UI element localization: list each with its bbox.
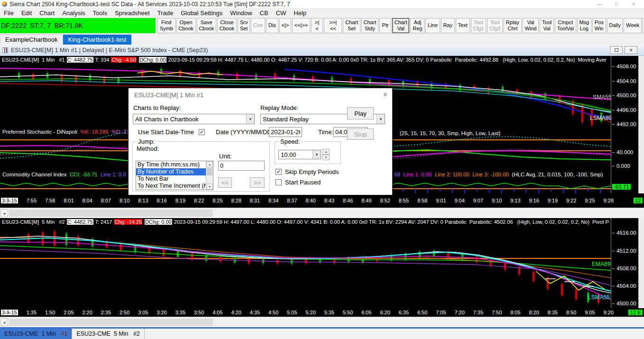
toolbar-button-tool-cfg1[interactable]: Tool Cfg1 — [471, 18, 487, 33]
scrollbar-thumb[interactable] — [207, 168, 212, 175]
menu-analysis[interactable]: Analysis — [58, 9, 89, 17]
menu-trade[interactable]: Trade — [154, 9, 177, 17]
text-segment: %D: 21 — [111, 129, 129, 135]
jump-back-button[interactable]: << — [218, 177, 232, 188]
menu-bar: FileEditChartAnalysisToolsSpreadsheetTra… — [0, 9, 644, 17]
menu-tools[interactable]: Tools — [89, 9, 111, 17]
speed-select[interactable]: 10.00 ▼ — [278, 150, 321, 159]
chart2-vscrollbar[interactable] — [638, 218, 644, 308]
jump-method-listbox[interactable]: By Time (hh:mm:ss.ms)By Number of Trades… — [136, 161, 213, 190]
toolbar-button-week[interactable]: Week — [624, 18, 641, 33]
jump-method-options: By Time (hh:mm:ss.ms)By Number of Trades… — [136, 161, 206, 190]
menu-help[interactable]: Help — [290, 9, 310, 17]
toolbar-button-open-cbook[interactable]: Open Cbook — [176, 18, 196, 33]
toolbar-button-cmpct-toolval[interactable]: Cmpct ToolVal — [555, 18, 576, 33]
minimize-icon[interactable]: — — [591, 0, 608, 8]
stop-button[interactable]: Stop — [347, 128, 374, 140]
chart1-vscrollbar[interactable] — [638, 56, 644, 193]
toolbar-button-val-wind[interactable]: Val Wind — [523, 18, 539, 33]
toolbar-button-srv-set[interactable]: Srv Set — [238, 18, 250, 33]
toolbar: DF:2222 ST:7, 7 BR:71.8K Find SymbOpen C… — [0, 17, 644, 34]
chevron-down-icon[interactable]: ▼ — [246, 114, 254, 124]
toolbar-button-chart-stdy[interactable]: Chart Stdy — [361, 18, 378, 33]
toolbar-button-find-symb[interactable]: Find Symb — [157, 18, 175, 33]
menu-file[interactable]: File — [0, 9, 18, 17]
hscroll-thumb[interactable] — [9, 210, 213, 217]
toolbar-button-tool-val[interactable]: Tool Val — [540, 18, 554, 33]
restore-icon[interactable] — [610, 46, 623, 54]
stochastic-params-label: (25, 15, 15, 70, 30, Smp, High, Low, Las… — [400, 130, 500, 136]
charts-to-replay-select[interactable]: All Charts in Chartbook ▼ — [133, 114, 255, 124]
chart2-hscrollbar[interactable]: ◂ — [0, 317, 644, 327]
toolbar-button-rplay-chrt[interactable]: Rplay Chrt — [504, 18, 522, 33]
bottom-tab-bar: ESU23-CME 1 Min #1ESU23-CME 5 Min #2 — [0, 327, 644, 339]
toolbar-button-[interactable]: <<|>> — [292, 18, 310, 33]
dialog-body: Charts to Replay: All Charts in Chartboo… — [129, 101, 392, 195]
chart2-area[interactable]: ESU23-CME[M] 5 Min #2 C: 4482.75 T: 2417… — [0, 218, 644, 308]
sma55-line-label: SMA55 — [593, 94, 611, 101]
toolbar-button-line[interactable]: Line — [425, 18, 440, 33]
toolbar-button-con[interactable]: Con — [251, 18, 265, 33]
dialog-titlebar[interactable]: ESU23-CME[M] 1 Min #1 × — [129, 88, 392, 101]
scroll-left-icon[interactable]: ◂ — [0, 318, 8, 326]
chartbook-tab-king-chartbook1-test[interactable]: King-Chartbook1-test — [63, 35, 132, 45]
unit-input[interactable] — [218, 161, 265, 171]
close-icon[interactable]: × — [625, 0, 642, 8]
jump-forward-button[interactable]: >> — [250, 177, 265, 188]
toolbar-button-chart-val[interactable]: Chart Val — [392, 18, 409, 33]
chart2-time-axis[interactable]: 3-9-15 12 E 1:351:502:052:202:352:503:05… — [0, 308, 644, 317]
menu-chart[interactable]: Chart — [36, 9, 58, 17]
toolbar-button-save-cbook[interactable]: Save Cbook — [197, 18, 216, 33]
menu-spreadsheet[interactable]: Spreadsheet — [111, 9, 154, 17]
scroll-up-icon[interactable]: ▲ — [206, 161, 213, 167]
price-scale-label: 40.000 — [612, 149, 633, 155]
close-icon[interactable]: × — [625, 46, 637, 54]
chevron-down-icon[interactable]: ▼ — [313, 150, 321, 159]
chevron-down-icon[interactable]: ▼ — [377, 114, 385, 124]
toolbar-button-adj-reg[interactable]: Adj Reg — [410, 18, 424, 33]
jump-method-option-by-time-hh-mm-ss-ms[interactable]: By Time (hh:mm:ss.ms) — [136, 161, 206, 168]
close-icon[interactable]: × — [383, 91, 387, 99]
toolbar-button-[interactable]: >|< — [311, 18, 323, 33]
toolbar-button-ray[interactable]: Ray — [441, 18, 455, 33]
toolbar-button-msg-log[interactable]: Msg Log — [577, 18, 591, 33]
chart1-titlebar[interactable]: ESU23-CME[M] 1 Min #1 | Delayed | E-Mini… — [0, 45, 644, 56]
maximize-icon[interactable]: □ — [608, 0, 625, 8]
use-start-datetime-checkbox[interactable]: ✓ — [199, 129, 205, 135]
listbox-scrollbar[interactable]: ▲ ▼ — [206, 161, 213, 190]
toolbar-button-tool-cfg2[interactable]: Tool Cfg2 — [487, 18, 503, 33]
toolbar-button-dis[interactable]: Dis — [266, 18, 278, 33]
scroll-down-icon[interactable]: ▼ — [206, 183, 213, 190]
menu-global-settings[interactable]: Global Settings — [177, 9, 226, 17]
toolbar-button-close-cbook[interactable]: Close Cbook — [217, 18, 237, 33]
toolbar-button-chart-set[interactable]: Chart Set — [343, 18, 360, 33]
jump-method-option-to-next-time-increment-h[interactable]: To Next Time Increment (h — [136, 183, 206, 190]
hscroll-thumb[interactable] — [9, 319, 213, 326]
toolbar-button-text[interactable]: Text — [456, 18, 470, 33]
text-segment: ESU23-CME[M] 5 Min #2 — [1, 219, 67, 225]
chart1-time-axis[interactable]: 3-9-15 12 7:557:588:018:048:078:108:138:… — [0, 193, 644, 208]
text-segment: (HLC Avg, 21, 0.015, 100, -100, Smp) — [512, 172, 603, 177]
toolbar-button-[interactable]: >>|<< — [324, 18, 342, 33]
menu-cb[interactable]: CB — [256, 9, 272, 17]
toolbar-button-daily[interactable]: Daily — [607, 18, 623, 33]
spinner-down-icon[interactable]: ▼ — [322, 155, 330, 160]
chart-tab[interactable]: ESU23-CME 5 Min #2 — [72, 329, 144, 339]
chart1-hscrollbar[interactable]: ◂ — [0, 208, 644, 218]
menu-edit[interactable]: Edit — [18, 9, 36, 17]
start-paused-checkbox[interactable] — [276, 179, 282, 185]
chartbook-tab-examplechartbook[interactable]: ExampleChartbook — [0, 35, 63, 45]
toolbar-button-[interactable]: <|> — [279, 18, 291, 33]
jump-method-option-by-number-of-trades[interactable]: By Number of Trades — [136, 168, 206, 175]
scroll-left-icon[interactable]: ◂ — [0, 209, 8, 217]
toolbar-button-pos-win[interactable]: Pos Win — [592, 18, 606, 33]
date-input[interactable] — [269, 127, 302, 137]
play-button[interactable]: Play — [347, 107, 374, 119]
spinner-up-icon[interactable]: ▲ — [322, 149, 330, 155]
toolbar-button-ptr[interactable]: Ptr — [379, 18, 391, 33]
menu-cw[interactable]: CW — [272, 9, 290, 17]
jump-method-option-to-next-bar[interactable]: To Next Bar — [136, 175, 206, 183]
skip-empty-periods-checkbox[interactable]: ✓ — [276, 169, 282, 175]
chart-tab[interactable]: ESU23-CME 1 Min #1 — [0, 329, 72, 339]
menu-window[interactable]: Window — [226, 9, 256, 17]
